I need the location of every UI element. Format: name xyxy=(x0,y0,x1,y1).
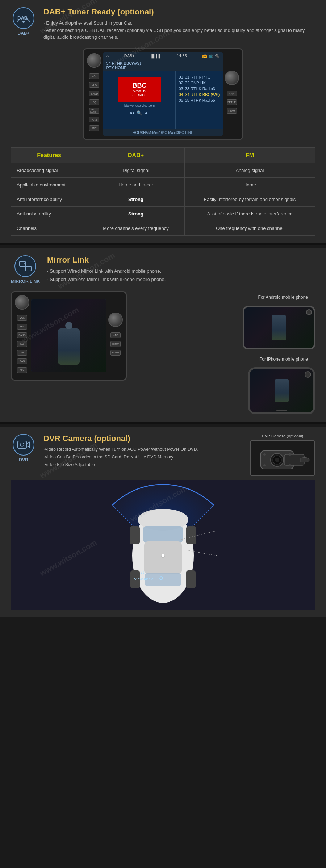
screen-left: BBC WORLD SERVICE bbcworldservice.com ⏮ … xyxy=(103,71,176,129)
dab-icon-circle: DAB xyxy=(13,7,34,29)
mirror-right-knob xyxy=(108,313,123,327)
channel-item-5: 0535 RTHK Radio5 xyxy=(179,97,220,103)
bbc-logo: BBC WORLD SERVICE xyxy=(118,77,161,102)
dab-device-container: VOL SRC BAND EQ GPS CARD RAS MIC ⌂ DAB+ … xyxy=(11,48,315,140)
eq-btn[interactable]: EQ xyxy=(89,99,99,105)
bbc-url: bbcworldservice.com xyxy=(107,104,172,108)
iphone-phone xyxy=(248,367,315,414)
android-phone xyxy=(243,306,315,349)
dvr-camera-svg xyxy=(254,442,312,474)
col-fm: FM xyxy=(184,147,315,163)
car-top-view-svg: 170° View Angle xyxy=(54,483,272,607)
screen-bottom-bar: HORSHAM:Min:16°C Max:39°C FINE xyxy=(103,129,222,136)
ras-btn[interactable]: RAS xyxy=(89,117,99,122)
mirror-text: Mirror Link · Support Wired Mirror Link … xyxy=(47,255,166,283)
m-src[interactable]: SRC xyxy=(17,324,27,330)
dvr-desc1: ·Video Record Automatically When Turn on… xyxy=(43,446,198,453)
dab-label: DAB+ xyxy=(17,31,29,36)
src-btn[interactable]: SRC xyxy=(89,82,99,88)
m-eq[interactable]: EQ xyxy=(17,341,27,347)
mirror-left-controls: VOL SRC BAND EQ GPS RAS MIC xyxy=(15,311,29,377)
dab-section: www.witson.com www.witson.com DAB DAB+ D… xyxy=(0,0,326,243)
m-vol[interactable]: VOL xyxy=(17,315,27,321)
screen-station-label: DAB+ xyxy=(124,54,135,58)
table-row-1: Broadcasting signal Digital signal Analo… xyxy=(11,163,315,177)
right-knob xyxy=(225,71,239,85)
m-setup[interactable]: SETUP xyxy=(110,341,121,347)
col-features: Features xyxy=(11,147,87,163)
dab-icon-box: DAB DAB+ xyxy=(11,7,36,36)
band-btn[interactable]: BAND xyxy=(89,91,99,96)
col-dab: DAB+ xyxy=(87,147,185,163)
navi-btn[interactable]: NAVI xyxy=(227,91,237,96)
svg-point-15 xyxy=(289,464,291,466)
table-row-5: Channels More channels every frequency O… xyxy=(11,221,315,235)
dvr-camera-image xyxy=(250,440,315,476)
row3-fm: Easily interfered by terrain and other s… xyxy=(184,192,315,206)
dab-desc1: · Enjoy Audiophile-level Sound in your C… xyxy=(43,20,315,27)
vol-btn[interactable]: VOL xyxy=(89,73,99,79)
mirror-left-knob xyxy=(15,295,29,310)
mirror-header: MIRROR LINK Mirror Link · Support Wired … xyxy=(11,255,315,284)
m-mic[interactable]: MIC xyxy=(17,367,27,373)
svg-point-1 xyxy=(22,21,25,23)
m-navi[interactable]: NAVI xyxy=(110,332,121,338)
svg-rect-21 xyxy=(130,526,140,544)
dvr-camera-label: DVR Camera (optional) xyxy=(262,434,303,438)
dab-desc2: · After connecting a USB DAB receiver (o… xyxy=(43,27,315,41)
mirror-icon-svg xyxy=(18,259,32,273)
m-ras[interactable]: RAS xyxy=(17,358,27,364)
dvr-icon-svg xyxy=(16,437,31,452)
svg-point-10 xyxy=(275,458,279,462)
mic-btn[interactable]: MIC xyxy=(89,125,99,131)
dvr-label: DVR xyxy=(19,457,28,462)
svg-rect-24 xyxy=(186,570,196,588)
bbc-service: SERVICE xyxy=(132,93,146,97)
svg-marker-5 xyxy=(26,442,29,447)
svg-rect-3 xyxy=(25,266,31,271)
m-dimm[interactable]: DIMM xyxy=(110,350,121,356)
dvr-title: DVR Camera (optional) xyxy=(43,434,198,443)
svg-point-25 xyxy=(161,554,165,558)
dab-title: DAB+ Tuner Ready (optional) xyxy=(43,7,315,17)
mirror-icon-circle xyxy=(14,255,36,277)
mirror-desc1: · Support Wired Mirror Link with Android… xyxy=(47,268,166,275)
table-row-3: Anti-interfernce ability Strong Easily i… xyxy=(11,192,315,206)
screen-content: BBC WORLD SERVICE bbcworldservice.com ⏮ … xyxy=(103,71,222,129)
left-knob xyxy=(87,53,101,68)
row4-feature: Anti-noise ability xyxy=(11,206,87,221)
channel-list: 0131 RTHK PTC 0232 CNR HK 0333 RTHK Radi… xyxy=(179,74,220,103)
dab-header: DAB DAB+ DAB+ Tuner Ready (optional) · E… xyxy=(11,7,315,41)
mirror-section: www.witson.com www.witson.com MIRROR LIN… xyxy=(0,248,326,422)
screen-pty: PTY:NONE xyxy=(106,66,220,70)
row1-fm: Analog signal xyxy=(184,163,315,177)
m-gps[interactable]: GPS xyxy=(17,350,27,356)
screen-station-num: 34 RTHK BBC(WS) xyxy=(106,61,220,66)
svg-point-13 xyxy=(289,453,291,456)
gps-btn[interactable]: GPS CARD xyxy=(89,108,99,114)
svg-rect-22 xyxy=(186,526,196,544)
screen-top-bar: ⌂ DAB+ ▐▌▌▌ 14:35 📻 📺 🔌 xyxy=(103,52,222,60)
left-side-controls: VOL SRC BAND EQ GPS CARD RAS MIC xyxy=(87,70,101,135)
android-label: For Android mobile phone xyxy=(258,295,308,300)
dvr-text: DVR Camera (optional) ·Video Record Auto… xyxy=(43,434,198,468)
search-btn[interactable]: 🔍 xyxy=(137,110,142,116)
setup-btn[interactable]: SETUP xyxy=(227,99,237,105)
mirror-car-unit: VOL SRC BAND EQ GPS RAS MIC xyxy=(11,291,127,381)
row1-dab: Digital signal xyxy=(87,163,185,177)
m-band[interactable]: BAND xyxy=(17,332,27,338)
dab-text: DAB+ Tuner Ready (optional) · Enjoy Audi… xyxy=(43,7,315,41)
svg-point-12 xyxy=(263,453,266,456)
mirror-label: MIRROR LINK xyxy=(11,279,40,284)
unit-main-screen: ⌂ DAB+ ▐▌▌▌ 14:35 📻 📺 🔌 34 RTHK BBC(WS) … xyxy=(103,52,222,136)
row2-dab: Home and in-car xyxy=(87,177,185,192)
prev-btn[interactable]: ⏮ xyxy=(130,110,134,116)
next-btn[interactable]: ⏭ xyxy=(144,110,149,116)
channel-item-4: 0434 RTHK BBC(WS) xyxy=(179,92,220,97)
mirror-desc2: · Support Wireless Mirror Link with iPho… xyxy=(47,276,166,283)
dimm-btn[interactable]: DIMM xyxy=(227,108,237,114)
channel-item-3: 0333 RTHK Radio3 xyxy=(179,86,220,92)
mirror-screen xyxy=(31,299,106,372)
dab-full-unit: VOL SRC BAND EQ GPS CARD RAS MIC ⌂ DAB+ … xyxy=(83,48,243,140)
screen-right: 0131 RTHK PTC 0232 CNR HK 0333 RTHK Radi… xyxy=(176,71,222,129)
